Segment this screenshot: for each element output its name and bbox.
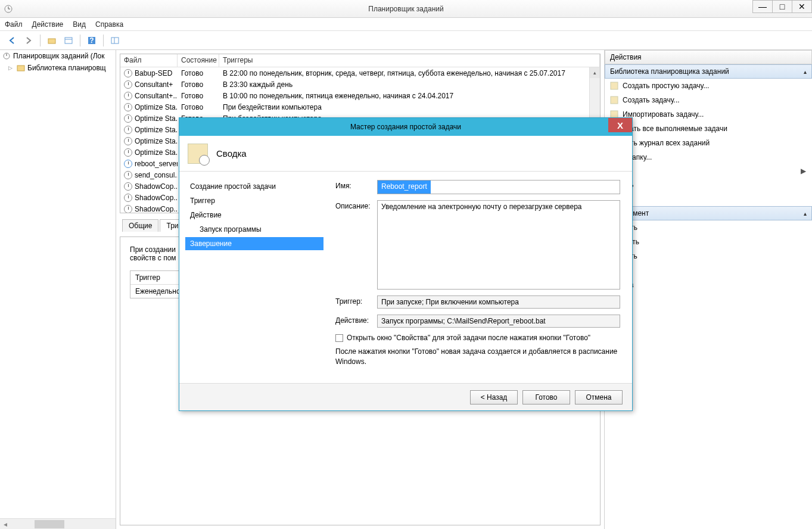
action-item[interactable]: тва [605,278,812,292]
wizard-titlebar[interactable]: Мастер создания простой задачи X [179,118,632,136]
actions-more-arrow[interactable]: ▶ [605,164,812,178]
trigger-field: При запуске; При включении компьютера [377,295,620,309]
column-file[interactable]: Файл [120,54,178,67]
task-name: Babup-SED [135,69,172,77]
column-state[interactable]: Состояние [178,54,219,67]
svg-rect-12 [17,66,24,71]
panel-view-button[interactable] [108,33,122,48]
name-field[interactable]: Reboot_report [377,180,620,194]
action-item[interactable]: нить [605,220,812,235]
tree-library[interactable]: ▷ Библиотека планировщ [0,62,116,74]
action-label: чить журнал всех заданий [623,139,710,147]
collapse-icon[interactable]: ▴ [804,69,807,75]
nav-back-button[interactable] [5,33,19,48]
folder-up-button[interactable] [45,33,59,48]
task-name: Optimize Sta... [135,103,178,111]
menubar: Файл Действие Вид Справка [0,18,812,31]
back-button[interactable]: < Назад [470,390,518,404]
table-row[interactable]: Consultant+ГотовоВ 23:30 каждый день [120,79,600,90]
toolbar-separator [80,35,80,46]
action-item[interactable]: чить [605,249,812,263]
actions-header: Действия [605,50,812,64]
horizontal-scrollbar[interactable]: ◂ [0,518,116,529]
wizard-nav-create[interactable]: Создание простой задачи [185,180,323,193]
clock-icon [124,69,132,77]
table-row[interactable]: Consultant+...ГотовоВ 10:00 по понедельн… [120,90,600,101]
open-properties-checkbox-row[interactable]: Открыть окно "Свойства" для этой задачи … [335,334,620,342]
svg-rect-4 [65,38,72,43]
task-name: reboot_server [135,160,178,168]
wizard-nav-action[interactable]: Действие [185,209,323,222]
tree-root-label: Планировщик заданий (Лок [13,52,105,60]
action-item[interactable]: чить журнал всех заданий [605,136,812,150]
actions-section-selected[interactable]: ый элемент ▴ [605,206,812,220]
expand-arrow-icon[interactable]: ▷ [8,65,14,71]
desc-field[interactable]: Уведомление на электронную почту о перез… [377,200,620,290]
cancel-button[interactable]: Отмена [575,390,623,404]
close-button[interactable]: ✕ [792,0,812,13]
action-icon [609,81,619,91]
actions-section-label: Библиотека планировщика заданий [610,67,729,76]
action-item[interactable]: Создать простую задачу... [605,79,812,93]
tab-general[interactable]: Общие [122,219,158,232]
wizard-head-icon [188,144,208,164]
scrollbar-thumb[interactable] [35,520,64,528]
menu-view[interactable]: Вид [73,20,86,29]
column-triggers[interactable]: Триггеры [219,54,600,67]
menu-file[interactable]: Файл [5,20,23,29]
action-item[interactable]: ь [605,292,812,306]
folder-icon [17,64,25,71]
checkbox-icon[interactable] [335,334,343,342]
window-title: Планировщик заданий [368,5,443,13]
table-row[interactable]: Optimize Sta...ГотовоПри бездействии ком… [120,101,600,113]
action-item[interactable]: шить [605,235,812,249]
svg-rect-14 [611,97,618,104]
wizard-nav-trigger[interactable]: Триггер [185,194,323,207]
wizard-dialog: Мастер создания простой задачи X Сводка … [179,117,633,411]
tree-library-label: Библиотека планировщ [27,64,106,72]
wizard-nav: Создание простой задачи Триггер Действие… [179,172,329,383]
trigger-label: Триггер: [335,295,377,306]
wizard-nav-run-program[interactable]: Запуск программы [185,223,323,236]
wizard-close-button[interactable]: X [608,118,632,132]
toolbar-separator [40,35,41,46]
action-item[interactable]: ить [605,178,812,192]
menu-action[interactable]: Действие [32,20,64,29]
action-item[interactable]: ка [605,192,812,206]
svg-text:?: ? [89,36,94,45]
wizard-title-text: Мастер создания простой задачи [350,123,461,131]
task-state: Готово [178,102,219,112]
tree-panel: Планировщик заданий (Лок ▷ Библиотека пл… [0,50,116,529]
clock-icon [124,114,132,123]
wizard-footer: < Назад Готово Отмена [179,383,632,410]
action-item[interactable]: ка [605,306,812,320]
action-item[interactable]: Создать задачу... [605,93,812,107]
task-state: Готово [178,80,219,89]
task-name: Consultant+... [135,92,178,100]
task-name: Optimize Sta... [135,148,178,157]
action-icon [609,95,619,105]
action-item[interactable]: т... [605,263,812,278]
action-item[interactable]: ь папку... [605,150,812,164]
minimize-button[interactable]: — [752,0,773,13]
collapse-icon[interactable]: ▴ [804,210,807,217]
actions-section-library[interactable]: Библиотека планировщика заданий ▴ [605,64,812,79]
svg-rect-3 [48,39,55,43]
table-row[interactable]: Babup-SEDГотовоВ 22:00 по понедельник, в… [120,67,600,79]
scroll-up-icon[interactable]: ▴ [590,67,600,78]
finish-button[interactable]: Готово [522,390,570,404]
tree-root[interactable]: Планировщик заданий (Лок [0,50,116,62]
action-item[interactable]: Импортировать задачу... [605,107,812,122]
clock-icon [124,92,132,100]
nav-forward-button[interactable] [21,33,36,48]
toolbar-separator [103,35,104,46]
action-item[interactable]: азать все выполняемые задачи [605,122,812,136]
wizard-nav-finish[interactable]: Завершение [185,237,323,250]
task-state: Готово [178,91,219,101]
panel-toggle-button[interactable] [61,33,76,48]
clock-icon [124,171,132,179]
action-field: Запуск программы; C:\MailSend\Report_reb… [377,315,620,328]
menu-help[interactable]: Справка [95,20,123,29]
help-button[interactable]: ? [85,33,99,48]
maximize-button[interactable]: □ [772,0,792,13]
